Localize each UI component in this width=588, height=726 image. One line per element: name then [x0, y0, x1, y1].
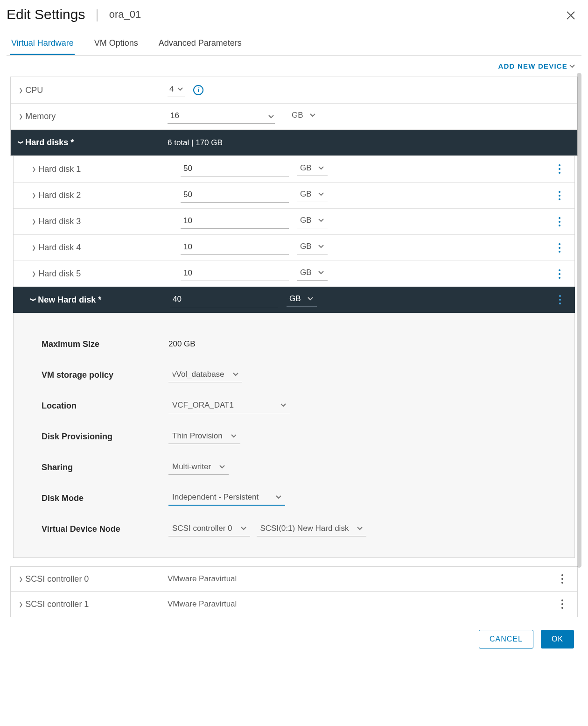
scsi-controller-0-row[interactable]: SCSI controller 0 VMware Paravirtual: [10, 566, 578, 592]
chevron-down-icon: [241, 526, 246, 531]
memory-label: Memory: [25, 112, 56, 121]
disk-label: Hard disk 4: [38, 243, 81, 253]
chevron-down-icon: [280, 403, 286, 408]
sharing-label: Sharing: [42, 463, 168, 472]
disk-size-input[interactable]: [181, 267, 289, 281]
new-disk-unit-select[interactable]: GB: [287, 293, 317, 307]
add-new-device-button[interactable]: ADD NEW DEVICE: [498, 62, 575, 70]
add-device-label: ADD NEW DEVICE: [498, 62, 567, 70]
cpu-count-select[interactable]: 4: [168, 84, 185, 97]
chevron-down-icon: [276, 495, 281, 500]
scsi1-actions-menu[interactable]: [559, 597, 566, 612]
disk-actions-menu[interactable]: [556, 240, 563, 255]
disk-unit-select[interactable]: GB: [297, 241, 328, 254]
scsi0-type: VMware Paravirtual: [168, 574, 237, 584]
disk-unit-select[interactable]: GB: [297, 162, 328, 176]
chevron-down-icon: [219, 465, 225, 469]
chevron-right-icon: [19, 85, 22, 96]
chevron-down-icon: [177, 87, 183, 92]
cpu-label: CPU: [25, 85, 43, 95]
memory-row[interactable]: Memory GB: [11, 103, 577, 129]
chevron-down-icon: [318, 192, 324, 197]
cpu-row[interactable]: CPU 4 i: [11, 77, 577, 103]
chevron-down-icon[interactable]: [268, 112, 274, 121]
memory-unit-select[interactable]: GB: [289, 110, 319, 123]
new-hard-disk-header[interactable]: New Hard disk * GB: [13, 287, 575, 313]
disk-size-input[interactable]: [181, 240, 289, 255]
chevron-right-icon: [32, 268, 35, 279]
dialog-title: Edit Settings: [7, 7, 85, 22]
hard-disks-header[interactable]: Hard disks * 6 total | 170 GB: [11, 129, 577, 155]
provisioning-select[interactable]: Thin Provision: [168, 430, 240, 444]
chevron-down-icon: [231, 434, 237, 438]
info-icon[interactable]: i: [193, 85, 203, 95]
sharing-select[interactable]: Multi-writer: [168, 460, 229, 475]
disk-actions-menu[interactable]: [556, 214, 563, 229]
chevron-down-icon: [318, 218, 324, 223]
scrollbar[interactable]: [577, 73, 581, 568]
max-size-label: Maximum Size: [42, 339, 168, 349]
close-icon: [566, 10, 576, 21]
hard-disk-1-row[interactable]: Hard disk 1 GB: [14, 156, 574, 182]
chevron-down-icon: [569, 64, 575, 69]
tab-vm-options[interactable]: VM Options: [93, 34, 139, 55]
disk-unit: GB: [300, 268, 312, 277]
location-select[interactable]: VCF_ORA_DAT1: [168, 399, 290, 413]
new-disk-unit: GB: [289, 294, 301, 303]
chevron-down-icon: [19, 137, 22, 148]
disk-mode-label: Disk Mode: [42, 493, 168, 503]
disk-size-input[interactable]: [181, 188, 289, 203]
disk-unit: GB: [300, 216, 312, 225]
hard-disk-5-row[interactable]: Hard disk 5 GB: [14, 261, 574, 287]
chevron-right-icon: [32, 242, 35, 253]
disk-mode-select[interactable]: Independent - Persistent: [168, 491, 285, 506]
disk-label: Hard disk 2: [38, 190, 81, 200]
scsi-controller-1-row[interactable]: SCSI controller 1 VMware Paravirtual: [10, 592, 578, 617]
ok-button[interactable]: OK: [541, 630, 574, 648]
chevron-right-icon: [32, 164, 35, 175]
disk-unit-select[interactable]: GB: [297, 267, 328, 281]
disk-size-input[interactable]: [181, 214, 289, 229]
memory-unit: GB: [292, 111, 303, 120]
chevron-down-icon: [308, 296, 313, 301]
close-button[interactable]: [566, 10, 576, 23]
chevron-down-icon: [233, 372, 238, 377]
disk-unit-select[interactable]: GB: [297, 189, 328, 202]
disk-label: Hard disk 3: [38, 217, 81, 226]
disk-actions-menu[interactable]: [556, 188, 563, 203]
storage-policy-select[interactable]: vVol_database: [168, 368, 242, 382]
vdn-label: Virtual Device Node: [42, 524, 168, 534]
disk-actions-menu[interactable]: [556, 267, 563, 282]
disk-unit-select[interactable]: GB: [297, 215, 328, 228]
hard-disk-4-row[interactable]: Hard disk 4 GB: [14, 234, 574, 261]
vdn-slot-select[interactable]: SCSI(0:1) New Hard disk: [257, 522, 367, 536]
storage-policy-label: VM storage policy: [42, 370, 168, 380]
chevron-right-icon: [19, 111, 22, 122]
scsi1-label: SCSI controller 1: [25, 599, 89, 609]
memory-input[interactable]: [168, 109, 275, 124]
max-size-value: 200 GB: [168, 339, 308, 349]
divider: |: [95, 7, 98, 22]
disk-unit: GB: [300, 163, 312, 173]
new-hard-disk-label: New Hard disk *: [38, 295, 101, 305]
vm-name: ora_01: [109, 8, 141, 21]
chevron-right-icon: [19, 574, 22, 585]
hard-disk-2-row[interactable]: Hard disk 2 GB: [14, 182, 574, 208]
disk-unit: GB: [300, 190, 312, 199]
hard-disk-3-row[interactable]: Hard disk 3 GB: [14, 208, 574, 234]
vdn-controller-select[interactable]: SCSI controller 0: [168, 522, 250, 536]
new-disk-actions-menu[interactable]: [556, 292, 564, 307]
disk-label: Hard disk 5: [38, 269, 81, 279]
scsi0-actions-menu[interactable]: [559, 571, 566, 586]
disk-size-input[interactable]: [181, 162, 289, 176]
chevron-right-icon: [19, 599, 22, 610]
tab-virtual-hardware[interactable]: Virtual Hardware: [10, 34, 75, 55]
tab-advanced-parameters[interactable]: Advanced Parameters: [158, 34, 243, 55]
new-disk-details-panel: Maximum Size 200 GB VM storage policy vV…: [13, 313, 575, 558]
disk-actions-menu[interactable]: [556, 162, 563, 176]
location-label: Location: [42, 401, 168, 411]
chevron-down-icon: [32, 295, 35, 305]
new-disk-size-input[interactable]: [170, 293, 278, 307]
cancel-button[interactable]: CANCEL: [479, 630, 533, 648]
chevron-right-icon: [32, 190, 35, 201]
